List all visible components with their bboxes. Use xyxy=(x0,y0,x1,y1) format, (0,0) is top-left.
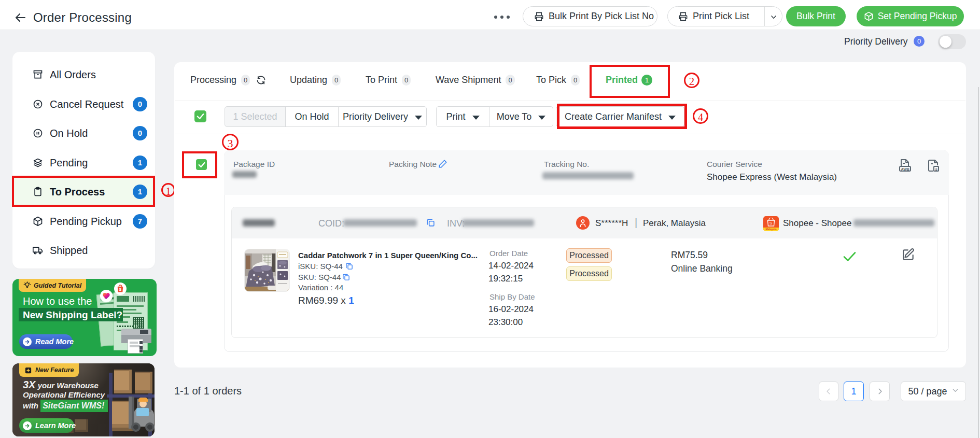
svg-text:AWB: AWB xyxy=(901,167,909,171)
svg-text:s: s xyxy=(935,167,938,172)
svg-text:S: S xyxy=(119,288,121,291)
svg-text:S: S xyxy=(769,221,772,225)
